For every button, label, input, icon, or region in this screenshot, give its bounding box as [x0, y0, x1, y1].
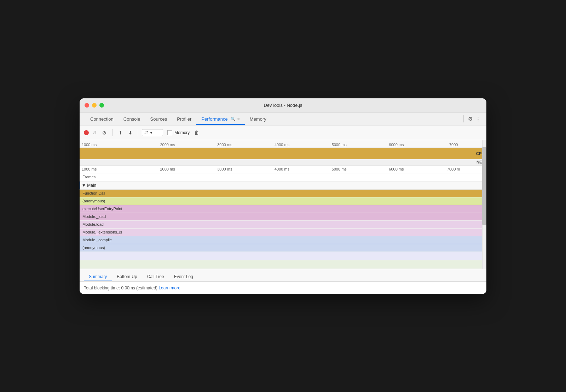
tab-profiler[interactable]: Profiler: [172, 114, 196, 125]
tab-summary[interactable]: Summary: [84, 271, 112, 281]
ruler2-tick-5: 5000 ms: [311, 167, 368, 171]
more-options-icon[interactable]: ⋮: [475, 116, 481, 122]
main-content: 1000 ms 2000 ms 3000 ms 4000 ms 5000 ms …: [80, 140, 486, 269]
frames-row: Frames: [80, 173, 486, 181]
tab-call-tree[interactable]: Call Tree: [142, 271, 169, 281]
ruler2-tick-6: 6000 ms: [368, 167, 425, 171]
window-title: DevTools - Node.js: [264, 103, 302, 108]
tab-memory[interactable]: Memory: [245, 114, 271, 125]
tab-event-log[interactable]: Event Log: [169, 271, 198, 281]
ruler-tick-1: 1000 ms: [82, 143, 139, 147]
flame-row-row10[interactable]: [80, 260, 486, 269]
flame-row-function-call[interactable]: Function Call: [80, 190, 486, 197]
ruler-tick-3: 3000 ms: [196, 143, 253, 147]
flame-row-anonymous1[interactable]: (anonymous): [80, 197, 486, 205]
flame-row-compile[interactable]: Module._compile: [80, 236, 486, 244]
flame-row-extensions[interactable]: Module._extensions..js: [80, 229, 486, 236]
memory-label: Memory: [174, 130, 190, 135]
toolbar-separator-2: [138, 129, 138, 136]
ruler2-tick-4: 4000 ms: [253, 167, 311, 171]
maximize-button[interactable]: [99, 103, 104, 108]
memory-checkbox[interactable]: [167, 130, 172, 135]
toolbar: ↺ ⊘ ⬆ ⬇ #1 ▾ Memory 🗑: [80, 126, 486, 140]
ruler-tick-5: 5000 ms: [311, 143, 368, 147]
flame-row-row9[interactable]: [80, 252, 486, 260]
devtools-window: DevTools - Node.js Connection Console So…: [80, 98, 486, 294]
traffic-lights: [85, 103, 104, 108]
record-button[interactable]: [84, 130, 89, 135]
upload-profile-button[interactable]: ⬆: [116, 128, 125, 137]
delete-profile-button[interactable]: 🗑: [192, 128, 201, 137]
profile-selector[interactable]: #1 ▾: [142, 129, 163, 136]
download-profile-button[interactable]: ⬇: [126, 128, 134, 137]
timeline-ruler-top: 1000 ms 2000 ms 3000 ms 4000 ms 5000 ms …: [80, 140, 486, 148]
memory-checkbox-area: Memory: [167, 130, 190, 135]
ruler-tick-4: 4000 ms: [253, 143, 311, 147]
timeline-ruler-bottom: 1000 ms 2000 ms 3000 ms 4000 ms 5000 ms …: [80, 166, 486, 173]
clear-button[interactable]: ⊘: [100, 128, 109, 137]
ruler2-tick-2: 2000 ms: [139, 167, 196, 171]
title-bar: DevTools - Node.js: [80, 98, 486, 113]
performance-tab-close-icon[interactable]: ✕: [237, 117, 240, 121]
selection-indicator: [80, 181, 80, 189]
learn-more-link[interactable]: Learn more: [158, 286, 180, 290]
flame-row-module-load2[interactable]: Module.load: [80, 221, 486, 229]
ruler-tick-2: 2000 ms: [139, 143, 196, 147]
minimize-button[interactable]: [92, 103, 97, 108]
flame-row-execute[interactable]: executeUserEntryPoint: [80, 205, 486, 213]
status-bar: Total blocking time: 0.00ms (estimated) …: [80, 282, 486, 294]
nav-bar: Connection Console Sources Profiler Perf…: [80, 113, 486, 126]
nav-right-actions: ⚙ ⋮: [462, 115, 481, 122]
cpu-bar: CPU: [80, 148, 486, 159]
tab-sources[interactable]: Sources: [145, 114, 172, 125]
tab-bottom-up[interactable]: Bottom-Up: [112, 271, 142, 281]
net-bar: NET: [80, 159, 486, 166]
scrollbar-track[interactable]: [482, 140, 486, 269]
reload-button[interactable]: ↺: [90, 128, 99, 137]
tab-console[interactable]: Console: [119, 114, 145, 125]
flame-row-module-load[interactable]: Module._load: [80, 213, 486, 221]
ruler-tick-6: 6000 ms: [368, 143, 425, 147]
main-section-header[interactable]: ▼ Main: [80, 181, 486, 190]
ruler-tick-7: 7000: [425, 143, 482, 147]
ruler2-tick-3: 3000 ms: [196, 167, 253, 171]
ruler2-tick-1: 1000 ms: [82, 167, 139, 171]
scrollbar-thumb[interactable]: [482, 147, 486, 225]
toolbar-separator-1: [112, 129, 112, 136]
bottom-tabs: Summary Bottom-Up Call Tree Event Log: [80, 269, 486, 282]
chevron-down-icon: ▾: [150, 131, 152, 135]
flame-row-anonymous2[interactable]: (anonymous): [80, 244, 486, 252]
close-button[interactable]: [85, 103, 89, 108]
settings-icon[interactable]: ⚙: [468, 116, 473, 122]
nav-separator: [463, 115, 464, 122]
ruler2-tick-7: 7000 m: [425, 167, 482, 171]
tab-connection[interactable]: Connection: [85, 114, 119, 125]
tab-performance[interactable]: Performance 🔍 ✕: [196, 114, 244, 125]
